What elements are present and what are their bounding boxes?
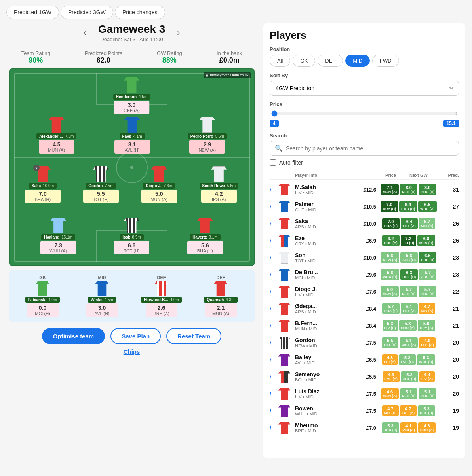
player-info-icon[interactable]: i <box>270 322 276 329</box>
player-info-icon[interactable]: i <box>270 203 276 210</box>
tab-price-changes[interactable]: Price changes <box>115 6 165 19</box>
pitch: ▣ fantasyfootballhub.co.uk Henderson4.5m… <box>9 68 255 266</box>
fixture-badge: 5.2 CHE (H) <box>401 371 418 382</box>
players-panel: Players Position All GK DEF MID FWD Sort… <box>263 23 465 458</box>
player-info-icon[interactable]: i <box>270 407 276 414</box>
player-info-icon[interactable]: i <box>270 220 276 227</box>
player-info-icon[interactable]: i <box>270 186 276 193</box>
player-price: £6.9 <box>354 238 376 244</box>
player-info-icon[interactable]: i <box>270 390 276 397</box>
player-list-item[interactable]: i De Bru... MCI • MID £9.6 5.6 WHU (H) 6… <box>270 266 459 283</box>
optimise-team-button[interactable]: Optimise team <box>42 328 105 344</box>
bench-quansah[interactable]: DEF Quansah4.3m 2.1MUN (A) <box>197 275 245 317</box>
fixture-badge: 5.3 CHE (H) <box>418 405 435 416</box>
player-name-col: Palmer CHE • MID <box>295 201 354 212</box>
player-havertz[interactable]: Havertz8.1m 5.6BHA (H) <box>187 218 223 254</box>
player-list-item[interactable]: i Son TOT • MID £10.0 5.6 NEW (A) 5.6 AR… <box>270 249 459 266</box>
sort-label: Sort By <box>270 72 459 78</box>
player-pred: 23 <box>441 254 459 261</box>
player-info-icon[interactable]: i <box>270 271 276 278</box>
tab-predicted-1gw[interactable]: Predicted 1GW <box>6 6 59 19</box>
player-list-item[interactable]: i Bailey AVL • MID £6.5 4.8 LEI (A) 5.2 … <box>270 351 459 368</box>
team-rating-stat: Team Rating 90% <box>21 50 50 64</box>
player-henderson[interactable]: Henderson4.5m 3.0 CHE (A) <box>113 77 150 114</box>
player-faes[interactable]: Faes4.1m 3.1AVL (H) <box>114 117 150 154</box>
player-list-item[interactable]: i Eze CRY • MID £6.9 6.2 CHE (A) 7.2 LEI… <box>270 232 459 249</box>
player-price: £5.5 <box>354 374 376 380</box>
player-info-icon[interactable]: i <box>270 339 276 346</box>
fixture-badge: 8.0 NFO (H) <box>400 184 417 195</box>
player-pedro-porro[interactable]: Pedro Porro5.5m 2.9NEW (A) <box>188 117 227 154</box>
player-list-item[interactable]: i Mbeumo BRE • MID £7.0 5.3 SOU (H) 4.1 … <box>270 419 459 436</box>
player-name-col: Mbeumo BRE • MID <box>295 422 354 433</box>
sort-select[interactable]: 4GW Prediction Price Total Points Form <box>270 81 459 96</box>
save-plan-button[interactable]: Save Plan <box>110 328 161 344</box>
player-fixtures: 5.6 NEW (A) 5.6 ARS (H) 6.5 BRE (H) <box>376 252 441 263</box>
player-info-icon[interactable]: i <box>270 356 276 363</box>
prev-gameweek-button[interactable]: ‹ <box>79 26 90 40</box>
player-saka[interactable]: V Saka10.0m 7.0BHA (H) <box>25 166 61 203</box>
player-haaland[interactable]: Haaland15.1m 7.3WHU (A) <box>40 218 76 254</box>
player-info-icon[interactable]: i <box>270 373 276 380</box>
fixture-badge: 5.0 MUN (A) <box>381 286 399 297</box>
player-list-item[interactable]: i Gordon NEW • MID £7.5 5.5 TOT (H) 5.1 … <box>270 334 459 351</box>
player-list-item[interactable]: i Ødega... ARS • MID £8.4 5.7 BHA (H) 5.… <box>270 300 459 317</box>
player-list-item[interactable]: i M.Salah LIV • MID £12.6 7.1 MUN (A) 8.… <box>270 181 459 198</box>
tab-predicted-3gw[interactable]: Predicted 3GW <box>61 6 113 19</box>
player-smith-rowe[interactable]: Smith Rowe5.6m 4.2IPS (A) <box>200 166 238 203</box>
bench-harwood-bellamy[interactable]: DEF Harwood-B...4.0m 2.6BRE (A) <box>138 275 185 317</box>
player-name-col: Saka ARS • MID <box>295 218 354 229</box>
player-price: £8.4 <box>354 306 376 312</box>
player-list-item[interactable]: i B.Fern... MUN • MID £8.4 5.3 LIV (H) 5… <box>270 317 459 334</box>
fixture-badge: 5.3 LIV (H) <box>383 320 398 331</box>
player-info-icon[interactable]: i <box>270 424 276 431</box>
autofilter-checkbox[interactable] <box>270 159 276 166</box>
fixture-badge: 5.6 WHU (H) <box>381 269 400 280</box>
player-pred: 20 <box>441 339 459 346</box>
search-label: Search <box>270 133 459 138</box>
chips-link[interactable]: Chips <box>124 348 140 355</box>
player-pred: 19 <box>441 425 459 431</box>
player-list-item[interactable]: i Palmer CHE • MID £10.5 7.0 CRY (H) 6.4… <box>270 198 459 215</box>
bench-fabianski[interactable]: GK Fabianski4.0m 0.0MCI (H) <box>19 275 67 317</box>
pos-gk[interactable]: GK <box>293 55 315 67</box>
pos-mid[interactable]: MID <box>345 55 370 67</box>
bench-winks[interactable]: MID Winks4.5m 3.0AVL (H) <box>78 275 126 317</box>
player-isak[interactable]: Isak8.5m 6.6TOT (H) <box>114 218 149 254</box>
player-info-icon[interactable]: i <box>270 254 276 261</box>
player-list-item[interactable]: i Semenyo BOU • MID £5.5 4.6 EVE (A) 5.2… <box>270 368 459 385</box>
player-shirt-mini <box>278 269 293 281</box>
player-info-icon[interactable]: i <box>270 237 276 244</box>
player-diogo-j[interactable]: Diogo J.7.6m 5.0MUN (A) <box>141 166 177 203</box>
fixture-badge: 5.1 WOL (A) <box>400 337 418 348</box>
player-info-icon[interactable]: i <box>270 305 276 312</box>
pos-def[interactable]: DEF <box>318 55 343 67</box>
fixture-badge: 5.3 SOU (H) <box>382 422 400 433</box>
player-shirt-mini <box>278 405 293 417</box>
fixture-badge: 6.2 CHE (A) <box>382 235 400 246</box>
player-gordon[interactable]: Gordon7.5m 5.5TOT (H) <box>83 166 119 203</box>
player-list-item[interactable]: i Luis Díaz LIV • MID £7.5 4.6 MUN (A) 5… <box>270 385 459 402</box>
pos-fwd[interactable]: FWD <box>372 55 399 67</box>
player-alexander[interactable]: Alexander-...7.0m 4.5MUN (A) <box>36 117 76 154</box>
fixture-badge: 5.7 BHA (H) <box>382 303 400 314</box>
fixture-badge: 4.9 FUL (A) <box>419 337 436 348</box>
player-shirt-mini <box>278 235 293 247</box>
player-name-col: Bailey AVL • MID <box>295 354 354 365</box>
player-list-item[interactable]: i Diogo J. LIV • MID £7.6 5.0 MUN (A) 5.… <box>270 283 459 300</box>
player-list-item[interactable]: i Bowen WHU • MID £7.5 4.7 MCI (H) 4.7 F… <box>270 402 459 419</box>
price-max-label: 15.1 <box>443 120 459 127</box>
search-input[interactable] <box>286 145 454 152</box>
next-gameweek-button[interactable]: › <box>173 26 184 40</box>
player-shirt-mini <box>278 320 293 332</box>
pos-all[interactable]: All <box>270 55 290 67</box>
player-pred: 20 <box>441 391 459 397</box>
reset-team-button[interactable]: Reset Team <box>166 328 221 344</box>
player-name-col: M.Salah LIV • MID <box>295 184 354 195</box>
price-min-slider[interactable] <box>271 110 457 117</box>
gameweek-deadline: Deadline: Sat 31 Aug 11:00 <box>98 36 166 42</box>
player-name-col: Ødega... ARS • MID <box>295 303 354 314</box>
fixture-badge: 5.3 WOL (H) <box>417 354 435 365</box>
player-list-item[interactable]: i Saka ARS • MID £10.0 7.0 BHA (H) 6.4 T… <box>270 215 459 232</box>
player-info-icon[interactable]: i <box>270 288 276 295</box>
